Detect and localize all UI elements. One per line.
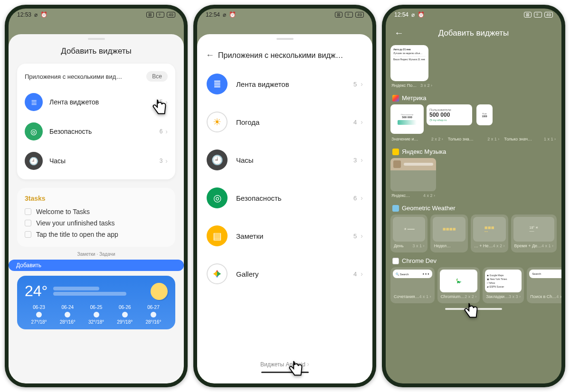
- widget-cell[interactable]: 18° ☀──Время + Де…4 x 1 ›: [511, 215, 557, 252]
- status-bar: 12:53 ⌀ ⏰ ⊠ ᯤ 49: [9, 9, 184, 21]
- card-section-title: Приложения с несколькими вид…: [25, 73, 122, 80]
- widget-app-row[interactable]: ☀ Погода 4 ›: [207, 103, 363, 141]
- phone-1: 12:53 ⌀ ⏰ ⊠ ᯤ 49 Добавить виджеты Прилож…: [5, 5, 188, 387]
- row-count: 5: [160, 99, 163, 105]
- gallery-icon: [207, 263, 228, 284]
- widget-app-row[interactable]: Gallery 4 ›: [207, 255, 363, 293]
- android-widgets-button[interactable]: Виджеты Android ›: [197, 360, 372, 373]
- row-label: Лента виджетов: [49, 98, 160, 106]
- widget-cell[interactable]: Яндекс…4 x 2 ›: [390, 158, 436, 200]
- add-widget-button[interactable]: Добавить: [9, 260, 184, 271]
- weather-icon: ☀: [207, 112, 228, 132]
- alarm-mute-icon: ⌀: [34, 11, 38, 18]
- tasks-title: 3tasks: [25, 195, 168, 202]
- chevron-right-icon: ›: [361, 270, 363, 278]
- screen-1: 12:53 ⌀ ⏰ ⊠ ᯤ 49 Добавить виджеты Прилож…: [9, 9, 184, 383]
- section-geometric-weather: Geometric Weather: [390, 200, 557, 215]
- widget-app-row[interactable]: ▤ Заметки 5 ›: [207, 217, 363, 255]
- page-header: ← Добавить виджеты: [386, 21, 561, 45]
- sheet-title: Добавить виджеты: [9, 44, 184, 64]
- chevron-right-icon: ›: [361, 118, 363, 126]
- status-time: 12:53: [17, 11, 31, 18]
- orientation-icon: ⊠: [146, 12, 154, 18]
- battery-label: 49: [544, 12, 553, 18]
- status-bar: 12:54 ⌀ ⏰ ⊠ ᯤ 49: [197, 9, 372, 21]
- chevron-right-icon: ›: [361, 80, 363, 88]
- alarm-icon: ⏰: [229, 11, 236, 18]
- alarm-mute-icon: ⌀: [411, 11, 415, 18]
- widget-cell[interactable]: ◆ Google Maps ▣ New York Times ▪ Yahoo ▰…: [483, 267, 524, 303]
- widget-cell[interactable]: Search Поиск в Ch…4 x 1 ›: [527, 267, 561, 303]
- apps-multi-widget-card: Приложения с несколькими вид… Все ≣ Лент…: [17, 64, 175, 179]
- widget-app-row[interactable]: ≣ Лента виджетов 5 ›: [207, 65, 363, 103]
- wifi-icon: ᯤ: [534, 12, 542, 18]
- phone-2: 12:54 ⌀ ⏰ ⊠ ᯤ 49 ← Приложения с нескольк…: [193, 5, 376, 387]
- chevron-right-icon: ›: [361, 194, 363, 202]
- row-count: 6: [160, 128, 163, 135]
- phone-3: 12:54 ⌀ ⏰ ⊠ ᯤ 49 ← Добавить виджеты Авто…: [382, 5, 565, 387]
- section-music: Яндекс Музыка: [390, 143, 557, 158]
- battery-label: 49: [355, 12, 364, 18]
- widget-cell[interactable]: Авто.ру 21 янв Лучшие за неделю объя… Ва…: [390, 45, 433, 90]
- clock-icon: 🕘: [25, 152, 43, 170]
- chevron-right-icon: ›: [165, 157, 168, 165]
- drag-handle[interactable]: [276, 38, 294, 40]
- alarm-icon: ⏰: [418, 11, 425, 18]
- page-title: Добавить виджеты: [394, 28, 553, 38]
- feed-icon: ≣: [25, 93, 43, 111]
- widget-cell[interactable]: ▦▦▦▫▫▫… + Не…4 x 2 ›: [471, 215, 508, 252]
- back-button[interactable]: ←: [206, 50, 214, 60]
- chevron-right-icon: ›: [361, 156, 363, 164]
- chrome-icon: [392, 258, 399, 264]
- widget-cell[interactable]: ☀ ═══День3 x 1 ›: [390, 215, 428, 252]
- battery-label: 49: [167, 12, 175, 18]
- apps-list-sheet: ← Приложения с несколькими видж… ≣ Лента…: [197, 34, 372, 383]
- widget-cell[interactable]: П-ли1000: [475, 104, 494, 134]
- status-time: 12:54: [206, 11, 220, 18]
- orientation-icon: ⊠: [335, 12, 342, 18]
- widget-app-row[interactable]: ◎ Безопасность 6 ›: [25, 117, 168, 146]
- widget-cell[interactable]: Пользователи 500 000 ◔ my-shop.ru: [427, 104, 472, 134]
- shield-icon: ◎: [25, 122, 43, 140]
- screen-3: 12:54 ⌀ ⏰ ⊠ ᯤ 49 ← Добавить виджеты Авто…: [386, 9, 561, 383]
- checkbox-icon: [25, 220, 31, 226]
- drag-handle[interactable]: [88, 38, 105, 40]
- section-metrika: Метрика: [390, 90, 557, 104]
- widget-caption: Заметки · Задачи: [9, 252, 184, 257]
- chevron-right-icon: ›: [361, 232, 363, 240]
- task-row: Welcome to Tasks: [25, 206, 168, 217]
- widget-app-row[interactable]: ≣ Лента виджетов 5 ›: [25, 87, 168, 117]
- widget-cell[interactable]: 🦕 Chromium…2 x 2 ›: [437, 267, 480, 303]
- row-label: Часы: [49, 157, 160, 165]
- weather-temp: 24°: [25, 282, 48, 300]
- widget-cell[interactable]: ▦▦▦▦Недел…: [430, 215, 467, 252]
- widget-sheet[interactable]: Добавить виджеты Приложения с нескольким…: [9, 34, 184, 383]
- clock-icon: 🕘: [207, 149, 228, 170]
- all-button[interactable]: Все: [146, 71, 168, 82]
- widget-app-row[interactable]: ◎ Безопасность 6 ›: [207, 179, 363, 217]
- chevron-right-icon: ›: [165, 98, 168, 106]
- music-icon: [392, 149, 399, 155]
- task-row: Tap the title to open the app: [25, 229, 168, 240]
- metrika-icon: [392, 95, 399, 102]
- orientation-icon: ⊠: [524, 12, 532, 18]
- widget-app-row[interactable]: 🕘 Часы 3 ›: [25, 146, 168, 176]
- feed-icon: ≣: [207, 74, 228, 94]
- checkbox-icon: [25, 208, 31, 215]
- row-count: 3: [160, 158, 163, 164]
- row-label: Безопасность: [49, 128, 160, 135]
- notes-icon: ▤: [207, 225, 228, 246]
- home-indicator[interactable]: [445, 308, 502, 310]
- sun-icon: [151, 283, 168, 300]
- sheet-title: Приложения с несколькими видж…: [218, 51, 343, 60]
- alarm-icon: ⏰: [40, 11, 48, 18]
- screen-2: 12:54 ⌀ ⏰ ⊠ ᯤ 49 ← Приложения с нескольк…: [197, 9, 372, 383]
- weather-widget-preview: 24° 06-2327°/18° 06-2428°/16° 06-2532°/1…: [17, 276, 175, 329]
- task-row: View your unfinished tasks: [25, 217, 168, 229]
- widget-app-row[interactable]: 🕘 Часы 3 ›: [207, 141, 363, 179]
- chevron-right-icon: ›: [165, 128, 168, 135]
- widget-cell[interactable]: Пользователи 500 000: [390, 104, 424, 134]
- widget-cell[interactable]: 🔍 Search ● ● ● Сочетания…4 x 1 ›: [390, 267, 435, 303]
- tasks-widget-preview: 3tasks Welcome to Tasks View your unfini…: [17, 188, 175, 247]
- wifi-icon: ᯤ: [156, 12, 164, 18]
